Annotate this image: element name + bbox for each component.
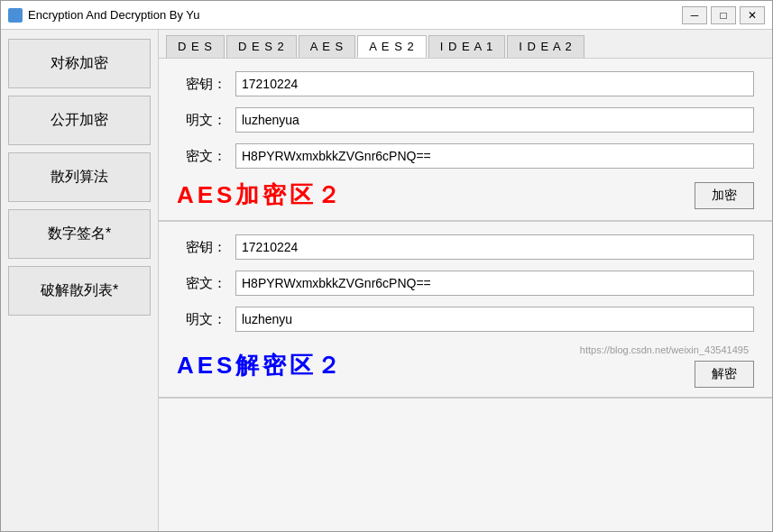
decrypt-plaintext-input[interactable] — [235, 307, 754, 332]
close-button[interactable]: ✕ — [740, 6, 765, 24]
tab-idea2[interactable]: I D E A 2 — [507, 35, 584, 58]
maximize-button[interactable]: □ — [711, 6, 736, 24]
watermark-text: https://blog.csdn.net/weixin_43541495 — [575, 343, 754, 357]
decrypt-ciphertext-row: 密文： — [177, 271, 754, 296]
minimize-button[interactable]: ─ — [682, 6, 707, 24]
decrypt-key-input[interactable] — [235, 234, 754, 260]
tab-idea1[interactable]: I D E A 1 — [428, 35, 506, 58]
tab-bar: D E S D E S 2 A E S A E S 2 I D E A 1 I … — [159, 30, 772, 59]
sidebar: 对称加密 公开加密 散列算法 数字签名* 破解散列表* — [1, 30, 159, 531]
encrypt-key-label: 密钥： — [177, 76, 226, 93]
decrypt-plaintext-row: 明文： — [177, 307, 754, 332]
encrypt-plaintext-input[interactable] — [235, 107, 754, 133]
decrypt-footer: AES解密区２ https://blog.csdn.net/weixin_435… — [177, 343, 754, 388]
main-window: Encryption And Decryption By Yu ─ □ ✕ 对称… — [0, 0, 773, 532]
decrypt-key-row: 密钥： — [177, 234, 754, 260]
sidebar-item-public[interactable]: 公开加密 — [8, 96, 151, 145]
encrypt-section-title: AES加密区２ — [177, 179, 344, 211]
tab-aes2[interactable]: A E S 2 — [357, 35, 426, 58]
decrypt-section: 密钥： 密文： 明文： AES解密区２ https://blog — [159, 222, 772, 399]
tab-des[interactable]: D E S — [166, 35, 225, 58]
decrypt-ciphertext-label: 密文： — [177, 275, 226, 292]
decrypt-plaintext-label: 明文： — [177, 311, 226, 328]
encrypt-ciphertext-label: 密文： — [177, 148, 226, 165]
title-bar: Encryption And Decryption By Yu ─ □ ✕ — [1, 1, 772, 30]
tab-des2[interactable]: D E S 2 — [226, 35, 297, 58]
encrypt-ciphertext-row: 密文： — [177, 143, 754, 169]
window-title: Encryption And Decryption By Yu — [28, 8, 200, 22]
tab-aes[interactable]: A E S — [299, 35, 356, 58]
encrypt-key-row: 密钥： — [177, 71, 754, 96]
decrypt-section-title: AES解密区２ — [177, 350, 344, 381]
title-bar-controls: ─ □ ✕ — [682, 6, 765, 24]
encrypt-section: 密钥： 明文： 密文： AES加密区２ 加密 — [159, 59, 772, 222]
sidebar-item-hash[interactable]: 散列算法 — [8, 152, 151, 202]
sidebar-item-signature[interactable]: 数字签名* — [8, 209, 151, 259]
encrypt-ciphertext-input[interactable] — [235, 143, 754, 169]
panels-area: 密钥： 明文： 密文： AES加密区２ 加密 — [159, 59, 772, 531]
encrypt-key-input[interactable] — [235, 71, 754, 96]
main-content: 对称加密 公开加密 散列算法 数字签名* 破解散列表* D E S — [1, 30, 772, 531]
sidebar-item-crack[interactable]: 破解散列表* — [8, 266, 151, 316]
decrypt-key-label: 密钥： — [177, 239, 226, 256]
encrypt-button[interactable]: 加密 — [695, 182, 754, 209]
title-bar-left: Encryption And Decryption By Yu — [8, 8, 200, 23]
right-panel: D E S D E S 2 A E S A E S 2 I D E A 1 I … — [159, 30, 772, 531]
encrypt-plaintext-label: 明文： — [177, 112, 226, 129]
decrypt-ciphertext-input[interactable] — [235, 271, 754, 296]
app-icon — [8, 8, 23, 23]
encrypt-plaintext-row: 明文： — [177, 107, 754, 133]
encrypt-footer: AES加密区２ 加密 — [177, 179, 754, 211]
decrypt-button[interactable]: 解密 — [695, 361, 754, 388]
sidebar-item-symmetric[interactable]: 对称加密 — [8, 39, 151, 88]
